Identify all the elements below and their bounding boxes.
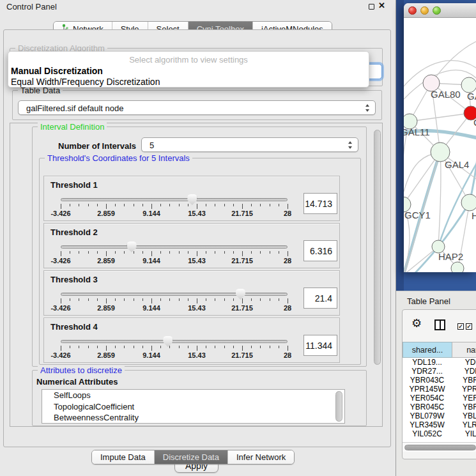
- tick-mark: [70, 298, 70, 301]
- gear-icon[interactable]: ⚙: [411, 318, 422, 329]
- table-row[interactable]: YLR345WYLR345W: [403, 420, 476, 429]
- table-row[interactable]: YPR145WYPR145W: [403, 385, 476, 394]
- tick-mark: [160, 251, 161, 254]
- tick-mark: [242, 298, 243, 303]
- tick-mark: [88, 346, 89, 348]
- network-edge[interactable]: [438, 152, 441, 247]
- mac-zoom-button[interactable]: [433, 6, 441, 15]
- slider-ticks: [61, 204, 288, 210]
- table-data-combobox[interactable]: galFiltered.sif default node: [18, 100, 376, 115]
- network-node[interactable]: [451, 262, 464, 272]
- tick-mark: [242, 346, 243, 351]
- node-label: GAL80: [431, 89, 461, 100]
- network-canvas[interactable]: GAL80GACGAL11GAL4GCY1HHAP2: [404, 18, 476, 272]
- slider-ticks: [61, 346, 288, 351]
- threshold-label: Threshold 3: [50, 275, 98, 284]
- tick-mark: [134, 251, 134, 254]
- numerical-attributes-label: Numerical Attributes: [36, 377, 118, 387]
- table-cell: YPR145W: [403, 385, 452, 394]
- list-scrollbar[interactable]: [335, 391, 342, 422]
- scale-label: 2.859: [97, 351, 115, 359]
- table-row[interactable]: YDR27...YDR27...: [403, 367, 476, 376]
- tick-mark: [79, 251, 79, 254]
- checkbox-icon[interactable]: ✓: [457, 323, 464, 330]
- table-row[interactable]: YBR045CYBR045C: [403, 403, 476, 411]
- table-data-value: galFiltered.sif default node: [26, 103, 123, 112]
- scale-label: 15.43: [188, 304, 206, 312]
- popup-option[interactable]: Manual Discretization: [11, 66, 103, 76]
- tick-mark: [188, 204, 188, 206]
- tick-mark: [142, 204, 143, 206]
- mac-close-button[interactable]: [408, 6, 417, 15]
- split-columns-icon[interactable]: [434, 319, 445, 330]
- slider-track[interactable]: [61, 245, 288, 249]
- scale-label: 28: [284, 210, 291, 217]
- tick-mark: [97, 204, 98, 206]
- list-item[interactable]: BetweennessCentrality: [42, 412, 344, 424]
- tab-impute-data[interactable]: Impute Data: [92, 450, 155, 464]
- tick-mark: [88, 251, 89, 254]
- threshold-value-field[interactable]: 11.344: [303, 335, 337, 356]
- table-cell: YER054C: [452, 394, 476, 403]
- scale-label: 9.144: [142, 210, 160, 217]
- scale-label: 9.144: [142, 304, 160, 312]
- tick-mark: [134, 298, 134, 301]
- network-node[interactable]: [461, 194, 476, 211]
- slider-track[interactable]: [61, 340, 288, 343]
- numerical-attributes-list[interactable]: SelfLoopsTopologicalCoefficientBetweenne…: [42, 389, 345, 424]
- horizontal-scrollbar-thumb[interactable]: [404, 445, 476, 450]
- number-of-intervals-combobox[interactable]: 5: [141, 137, 358, 152]
- horizontal-scrollbar-track[interactable]: [403, 442, 476, 452]
- tick-mark: [169, 298, 170, 301]
- control-panel-titlebar: Control Panel ✕: [0, 0, 396, 13]
- tab-discretize-data[interactable]: Discretize Data: [155, 450, 228, 464]
- table-cell: YBL079W: [403, 411, 452, 420]
- table-row[interactable]: YBL079WYBL079W: [403, 411, 476, 420]
- tick-mark: [233, 346, 234, 348]
- network-edge[interactable]: [410, 113, 471, 121]
- table-row[interactable]: YIL052CYIL052C: [403, 429, 476, 438]
- slider-track[interactable]: [61, 293, 288, 296]
- threshold-value-field[interactable]: 6.316: [303, 240, 337, 261]
- vertical-scrollbar[interactable]: [374, 130, 381, 365]
- tick-mark: [242, 251, 243, 256]
- tick-mark: [61, 251, 61, 256]
- tick-mark: [142, 251, 143, 254]
- table-row[interactable]: YBR043CYBR043C: [403, 376, 476, 385]
- screenshot-root: { "window_title": "Control Panel", "top_…: [0, 0, 476, 476]
- tick-mark: [270, 298, 270, 301]
- scale-label: 2.859: [97, 257, 115, 265]
- tick-mark: [251, 298, 252, 301]
- float-window-icon[interactable]: [369, 4, 374, 10]
- slider-track[interactable]: [61, 198, 288, 201]
- network-window-titlebar: [404, 3, 476, 18]
- scale-label: 21.715: [231, 257, 253, 265]
- list-item[interactable]: SelfLoops: [42, 390, 344, 401]
- list-item[interactable]: TopologicalCoefficient: [42, 401, 344, 413]
- threshold-value-field[interactable]: 21.4: [303, 288, 337, 309]
- tick-mark: [61, 346, 61, 351]
- desktop-background-strip: [396, 0, 404, 291]
- scale-label: 9.144: [142, 257, 160, 265]
- tab-infer-network[interactable]: Infer Network: [228, 450, 294, 464]
- table-cell: YDR27...: [403, 367, 452, 376]
- tick-mark: [279, 346, 279, 348]
- table-row[interactable]: YDL19...YDL19...: [403, 358, 476, 367]
- group-title: Threshold's Coordinates for 5 Intervals: [45, 153, 192, 163]
- tick-mark: [70, 251, 70, 254]
- scale-label: 15.43: [188, 210, 206, 217]
- tick-mark: [279, 298, 279, 301]
- close-icon[interactable]: ✕: [378, 1, 385, 10]
- tick-mark: [151, 298, 152, 303]
- threshold-value-field[interactable]: 14.713: [303, 193, 337, 214]
- checkbox-icon[interactable]: ✓: [466, 323, 472, 330]
- popup-option[interactable]: Equal Width/Frequency Discretization: [11, 77, 160, 87]
- table-row[interactable]: YER054CYER054C: [403, 394, 476, 403]
- tick-mark: [206, 298, 206, 301]
- node-label: GA: [467, 91, 476, 102]
- table-cell: YDL19...: [452, 358, 476, 367]
- tick-mark: [88, 298, 89, 301]
- column-header-shared-name[interactable]: shared...: [403, 342, 452, 358]
- column-header-name[interactable]: name...: [452, 342, 476, 358]
- mac-minimize-button[interactable]: [420, 6, 429, 15]
